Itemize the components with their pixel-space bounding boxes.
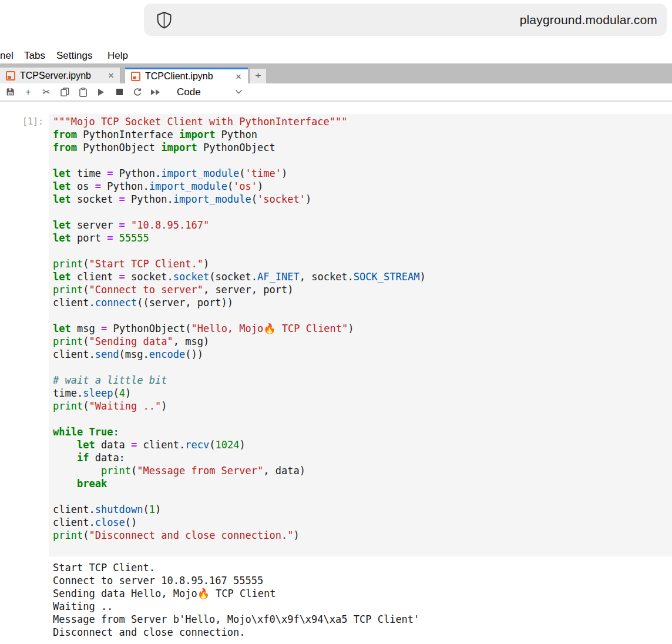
cell-type-dropdown[interactable]: Code — [177, 86, 243, 98]
cell-type-value: Code — [177, 86, 201, 98]
menu-item-help[interactable]: Help — [107, 50, 128, 62]
notebook-icon — [131, 72, 140, 81]
run-all-icon[interactable] — [151, 87, 160, 97]
stop-icon[interactable] — [115, 87, 124, 97]
menu-bar: nel Tabs Settings Help — [0, 49, 672, 63]
code-lines[interactable]: """Mojo TCP Socket Client with PythonInt… — [53, 115, 672, 542]
cut-icon[interactable]: ✂ — [42, 87, 51, 97]
tab-tcpserver[interactable]: TCPServer.ipynb × — [0, 68, 121, 83]
new-tab-button[interactable]: + — [250, 69, 266, 83]
run-icon[interactable] — [96, 87, 106, 97]
cell-output: Start TCP Client.Connect to server 10.8.… — [0, 561, 672, 639]
tab-label: TCPServer.ipynb — [20, 71, 91, 81]
tab-label: TCPClient.ipynb — [145, 71, 213, 82]
menu-item-kernel[interactable]: nel — [0, 50, 14, 62]
close-icon[interactable]: × — [236, 72, 241, 82]
close-icon[interactable]: × — [108, 71, 114, 80]
output-lines: Start TCP Client.Connect to server 10.8.… — [49, 561, 419, 639]
copy-icon[interactable] — [60, 87, 69, 97]
notebook-icon — [6, 71, 15, 80]
shield-icon[interactable] — [156, 11, 173, 29]
tab-tcpclient[interactable]: TCPClient.ipynb × — [125, 68, 248, 83]
execution-count: [1]: — [0, 114, 43, 127]
menu-item-settings[interactable]: Settings — [56, 50, 92, 62]
browser-chrome: playground.modular.com — [0, 0, 672, 49]
cell-editor[interactable]: """Mojo TCP Socket Client with PythonInt… — [49, 114, 672, 556]
add-cell-icon[interactable]: + — [23, 87, 33, 97]
address-bar[interactable]: playground.modular.com — [144, 4, 667, 36]
paste-icon[interactable] — [78, 87, 88, 97]
menu-item-tabs[interactable]: Tabs — [24, 50, 45, 62]
notebook-toolbar: + ✂ Code — [0, 83, 672, 102]
code-cell: [1]: """Mojo TCP Socket Client with Pyth… — [0, 114, 672, 556]
url-text: playground.modular.com — [520, 4, 657, 36]
restart-kernel-icon[interactable] — [133, 87, 142, 97]
tab-bar: TCPServer.ipynb × TCPClient.ipynb × + — [0, 63, 672, 83]
save-icon[interactable] — [5, 87, 15, 97]
chevron-down-icon — [235, 89, 243, 95]
